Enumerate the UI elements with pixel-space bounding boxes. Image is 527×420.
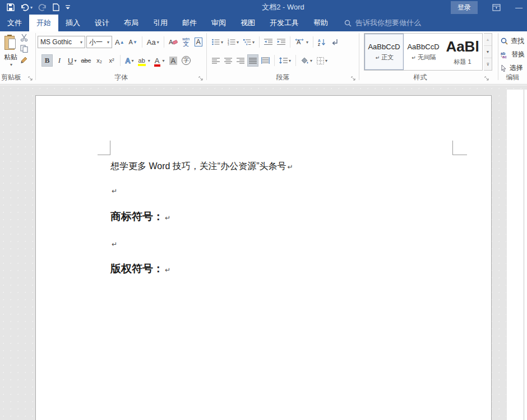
font-color-button[interactable]: A▾: [153, 54, 167, 67]
minimize-button[interactable]: —: [515, 3, 523, 12]
ribbon: 粘贴 ▾ 剪贴板 MS Gothic▾ 小一▾: [0, 31, 527, 85]
svg-text:3: 3: [228, 43, 229, 45]
editing-group-label: 编辑: [498, 73, 527, 82]
touch-mode-icon[interactable]: [53, 3, 59, 11]
clipboard-group: 粘贴 ▾ 剪贴板: [0, 31, 35, 85]
tab-view[interactable]: 视图: [233, 15, 262, 31]
numbering-button[interactable]: 123▾: [226, 36, 241, 48]
paragraph-mark: ↵: [112, 187, 117, 195]
margin-crop-mark-right: [452, 141, 467, 155]
align-center-button[interactable]: [223, 54, 234, 67]
title-bar: ▾ 文档2 - Word 登录 —: [0, 0, 527, 15]
phonetic-guide-button[interactable]: wén文: [181, 36, 192, 48]
cut-icon[interactable]: [20, 34, 28, 41]
replace-icon: abac: [501, 51, 508, 58]
text-effects-button[interactable]: A▾: [123, 54, 135, 67]
styles-scroll-down[interactable]: ▼: [484, 46, 492, 58]
paste-dropdown-caret[interactable]: ▾: [10, 62, 12, 67]
asian-layout-button[interactable]: A▾: [293, 36, 310, 48]
paragraph-5[interactable]: 版权符号：↵: [110, 262, 170, 276]
paragraph-dialog-launcher[interactable]: [351, 76, 357, 82]
tab-review[interactable]: 审阅: [204, 15, 233, 31]
font-group-label: 字体: [36, 73, 206, 82]
format-painter-icon[interactable]: [20, 56, 28, 64]
customize-qat-button[interactable]: [65, 4, 71, 11]
paragraph-group-label: 段落: [207, 73, 359, 82]
margin-crop-mark-left: [98, 141, 110, 155]
svg-text:A: A: [318, 39, 321, 43]
tell-me-search[interactable]: 告诉我你想要做什么: [344, 15, 421, 31]
style-heading-1[interactable]: AaBl 标题 1: [443, 34, 482, 70]
change-case-button[interactable]: Aa▾: [145, 36, 161, 48]
undo-dropdown-caret[interactable]: ▾: [30, 5, 33, 10]
enclose-characters-button[interactable]: 字: [180, 54, 192, 67]
font-size-combobox[interactable]: 小一▾: [86, 36, 112, 48]
bullets-button[interactable]: ▾: [210, 36, 225, 48]
superscript-button[interactable]: x²: [106, 54, 117, 67]
style-normal[interactable]: AaBbCcD ↵ 正文: [364, 34, 404, 70]
tab-help[interactable]: 帮助: [306, 15, 335, 31]
increase-indent-button[interactable]: [275, 36, 287, 48]
character-shading-button[interactable]: A: [168, 54, 179, 67]
underline-button[interactable]: U▾: [66, 54, 78, 67]
styles-gallery: AaBbCcD ↵ 正文 AaBbCcD ↵ 无间隔 AaBl 标题 1: [364, 33, 483, 71]
shading-button[interactable]: ▾: [299, 54, 314, 67]
replace-button[interactable]: abac 替换: [501, 48, 525, 60]
tab-design[interactable]: 设计: [87, 15, 117, 31]
find-button[interactable]: 查找: [501, 35, 524, 47]
character-border-button[interactable]: A: [193, 36, 204, 48]
tab-layout[interactable]: 布局: [117, 15, 146, 31]
document-page[interactable]: 想学更多 Word 技巧，关注“办公资源”头条号↵ ↵ 商标符号：↵ ↵ 版权符…: [35, 95, 492, 420]
shrink-font-button[interactable]: A▼: [127, 36, 139, 48]
copy-icon[interactable]: [20, 45, 28, 53]
subscript-button[interactable]: x₂: [94, 54, 105, 67]
multilevel-list-button[interactable]: ▾: [242, 36, 256, 48]
ribbon-display-options-icon[interactable]: [492, 4, 501, 11]
font-dialog-launcher[interactable]: [198, 76, 204, 82]
paragraph-3[interactable]: 商标符号：↵: [110, 209, 170, 224]
document-area: 想学更多 Word 技巧，关注“办公资源”头条号↵ ↵ 商标符号：↵ ↵ 版权符…: [0, 85, 527, 420]
paragraph-mark: ↵: [287, 163, 293, 171]
paste-label: 粘贴: [4, 53, 17, 62]
show-hide-marks-button[interactable]: [329, 36, 340, 48]
tab-developer[interactable]: 开发工具: [262, 15, 306, 31]
clipboard-dialog-launcher[interactable]: [28, 76, 34, 82]
styles-gallery-more[interactable]: ⊽: [484, 58, 492, 70]
tab-home[interactable]: 开始: [29, 15, 58, 31]
paragraph-1[interactable]: 想学更多 Word 技巧，关注“办公资源”头条号↵: [110, 161, 293, 172]
paragraph-2[interactable]: ↵: [110, 185, 117, 195]
tab-mailings[interactable]: 邮件: [175, 15, 204, 31]
align-left-button[interactable]: [210, 54, 221, 67]
font-size-value: 小一: [89, 38, 103, 47]
justify-button[interactable]: [247, 54, 258, 67]
line-spacing-button[interactable]: ▾: [278, 54, 293, 67]
strikethrough-button[interactable]: abc: [79, 54, 93, 67]
redo-button[interactable]: [38, 3, 47, 11]
tab-insert[interactable]: 插入: [58, 15, 87, 31]
font-name-combobox[interactable]: MS Gothic▾: [38, 36, 85, 48]
italic-button[interactable]: I: [54, 54, 65, 67]
grow-font-button[interactable]: A▲: [113, 36, 126, 48]
text-highlight-button[interactable]: ab▾: [137, 54, 152, 67]
window-title: 文档2 - Word: [262, 0, 304, 15]
undo-button[interactable]: ▾: [20, 3, 33, 11]
sort-button[interactable]: AZ: [316, 36, 328, 48]
styles-dialog-launcher[interactable]: [484, 76, 490, 82]
tab-file[interactable]: 文件: [0, 15, 29, 31]
paragraph-4[interactable]: ↵: [110, 239, 117, 249]
style-no-spacing[interactable]: AaBbCcD ↵ 无间隔: [404, 34, 443, 70]
align-right-button[interactable]: [235, 54, 246, 67]
borders-button[interactable]: ▾: [315, 54, 329, 67]
tab-references[interactable]: 引用: [146, 15, 175, 31]
sign-in-button[interactable]: 登录: [451, 1, 478, 14]
select-button[interactable]: 选择: [501, 62, 523, 74]
bold-button[interactable]: B: [41, 54, 53, 67]
decrease-indent-button[interactable]: [262, 36, 274, 48]
styles-scroll-up[interactable]: ▲: [484, 34, 492, 46]
save-icon[interactable]: [7, 3, 15, 11]
clear-formatting-icon[interactable]: A: [167, 36, 179, 48]
styles-gallery-scroll: ▲ ▼ ⊽: [484, 33, 492, 71]
vertical-scrollbar[interactable]: [506, 90, 527, 420]
distribute-button[interactable]: [260, 54, 271, 67]
svg-text:ac: ac: [502, 55, 507, 58]
